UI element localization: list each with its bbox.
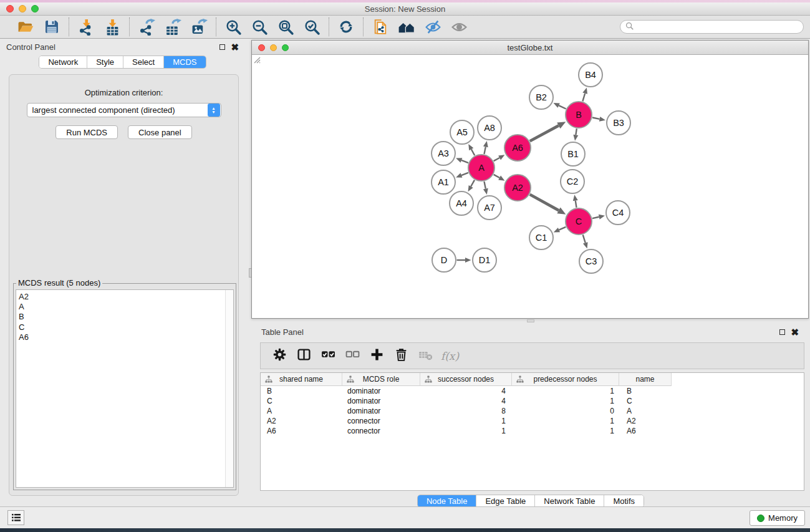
network-canvas[interactable]: B4B2BB3A5A8A6A3B1AA1C2A2A4A7C4CC1C3DD1 (252, 55, 808, 318)
table-tab-network-table[interactable]: Network Table (534, 495, 604, 507)
maximize-window-icon[interactable] (31, 5, 39, 12)
edge-A-A4[interactable] (471, 180, 475, 186)
column-header-successor-nodes[interactable]: successor nodes (420, 373, 512, 386)
delete-column-button[interactable] (391, 346, 412, 366)
table-cell: 1 (420, 426, 512, 436)
node-label: A5 (456, 127, 468, 137)
table-tab-node-table[interactable]: Node Table (418, 495, 476, 507)
refresh-button[interactable] (335, 17, 357, 37)
edge-A6-B[interactable] (530, 125, 559, 141)
edge-A-A1[interactable] (461, 173, 468, 175)
open-file-button[interactable] (14, 17, 37, 37)
table-float-icon[interactable] (779, 329, 785, 335)
network-maximize-icon[interactable] (282, 44, 289, 51)
add-column-button[interactable] (367, 346, 387, 366)
edge-arrow-icon (465, 258, 471, 263)
edge-C-C4[interactable] (592, 217, 599, 218)
import-network-button[interactable] (75, 17, 97, 37)
mcds-result-item[interactable]: C (19, 322, 225, 332)
edge-A-A8[interactable] (484, 147, 485, 154)
table-cell: 1 (512, 396, 619, 406)
column-header-MCDS-role[interactable]: MCDS role (342, 373, 420, 386)
table-cell: 0 (512, 406, 619, 416)
mcds-result-item[interactable]: B (19, 312, 225, 322)
zoom-out-button[interactable] (248, 17, 271, 37)
deselect-all-button[interactable] (342, 346, 363, 366)
table-close-icon[interactable]: ✖ (791, 329, 799, 336)
save-session-button[interactable] (41, 17, 63, 37)
edge-B-B3[interactable] (592, 117, 600, 118)
table-tab-edge-table[interactable]: Edge Table (476, 495, 534, 507)
run-mcds-button[interactable]: Run MCDS (55, 125, 118, 139)
window-splitter-handle[interactable] (527, 319, 534, 322)
column-header-predecessor-nodes[interactable]: predecessor nodes (512, 373, 619, 386)
node-label: A7 (484, 203, 495, 213)
network-minimize-icon[interactable] (270, 44, 277, 51)
close-window-icon[interactable] (6, 5, 14, 12)
network-close-icon[interactable] (258, 44, 265, 51)
table-row[interactable]: Adominator80A (261, 406, 804, 416)
select-all-button[interactable] (318, 346, 339, 366)
edge-A-A5[interactable] (471, 149, 475, 155)
mcds-result-item[interactable]: A2 (19, 292, 225, 302)
show-graphics-details-button[interactable] (448, 17, 470, 37)
tab-style[interactable]: Style (87, 56, 123, 68)
edge-A2-C[interactable] (530, 195, 559, 211)
settings-gear-button[interactable] (269, 346, 290, 366)
memory-button[interactable]: Memory (750, 510, 805, 526)
table-tab-motifs[interactable]: Motifs (604, 495, 644, 507)
minimize-window-icon[interactable] (19, 5, 26, 12)
tab-mcds[interactable]: MCDS (163, 56, 205, 68)
mcds-result-item[interactable]: A (19, 302, 225, 312)
column-layout-button[interactable] (294, 346, 314, 366)
column-header-name[interactable]: name (619, 373, 672, 386)
criterion-select[interactable]: largest connected component (directed) ▲… (27, 103, 221, 117)
node-table[interactable]: shared nameMCDS rolesuccessor nodesprede… (260, 372, 804, 491)
close-panel-button[interactable]: Close panel (128, 125, 192, 139)
zoom-selected-button[interactable] (301, 17, 323, 37)
search-box[interactable] (620, 20, 804, 34)
mcds-result-list[interactable]: A2ABCA6 (16, 289, 234, 488)
result-scrollbar[interactable] (225, 290, 233, 487)
table-row[interactable]: A6connector11A6 (261, 426, 804, 436)
home-button[interactable] (395, 17, 418, 37)
network-window-titlebar[interactable]: testGlobe.txt (252, 41, 808, 55)
resize-grip-icon[interactable] (252, 55, 261, 64)
table-row[interactable]: Bdominator41B (261, 386, 804, 396)
home-icon (398, 19, 415, 35)
import-table-button[interactable] (101, 17, 123, 37)
close-panel-icon[interactable]: ✖ (231, 44, 239, 51)
edge-A-A7[interactable] (484, 181, 485, 189)
column-header-shared-name[interactable]: shared name (261, 373, 342, 386)
tab-network[interactable]: Network (39, 56, 87, 68)
tab-select[interactable]: Select (123, 56, 163, 68)
table-row[interactable]: A2connector11A2 (261, 416, 804, 426)
search-input[interactable] (637, 22, 803, 31)
edge-B-B2[interactable] (559, 105, 566, 109)
edge-B-B1[interactable] (576, 128, 576, 135)
float-panel-icon[interactable] (219, 44, 225, 50)
edge-C-C1[interactable] (559, 227, 566, 230)
export-image-button[interactable] (188, 17, 210, 37)
node-label: A (478, 163, 485, 173)
zoom-in-button[interactable] (222, 17, 244, 37)
node-label: D1 (479, 255, 491, 265)
edge-B-B4[interactable] (582, 94, 585, 102)
zoom-fit-button[interactable] (274, 17, 297, 37)
node-label: C1 (536, 233, 547, 243)
desktop-background-bottom (0, 528, 810, 532)
export-network-button[interactable] (135, 17, 158, 37)
table-toolbar: f(x) (260, 342, 804, 369)
edge-A-A6[interactable] (494, 158, 499, 161)
table-row[interactable]: Cdominator41C (261, 396, 804, 406)
mcds-result-item[interactable]: A6 (19, 332, 225, 342)
edge-C-C2[interactable] (576, 201, 577, 208)
hide-graphics-details-button[interactable] (422, 17, 444, 37)
show-graphics-details-icon (451, 19, 468, 36)
edge-A-A2[interactable] (494, 175, 499, 178)
edge-C-C3[interactable] (583, 235, 586, 243)
new-session-network-button[interactable] (369, 17, 392, 37)
edge-A-A3[interactable] (461, 160, 468, 163)
task-history-button[interactable] (7, 510, 24, 525)
export-table-button[interactable] (162, 17, 184, 37)
